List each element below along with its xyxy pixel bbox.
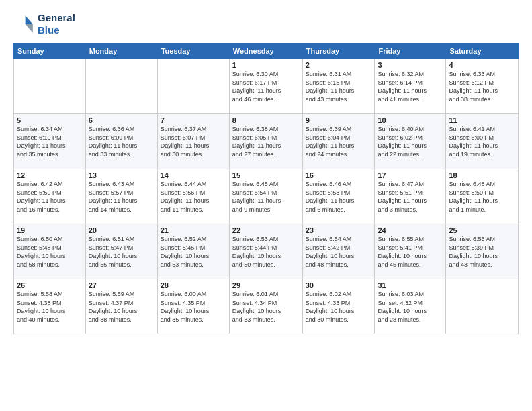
calendar-cell: 30Sunrise: 6:02 AM Sunset: 4:33 PM Dayli… (302, 279, 375, 334)
day-number: 25 (449, 226, 515, 234)
day-info: Sunrise: 6:56 AM Sunset: 5:39 PM Dayligh… (449, 235, 515, 269)
calendar-body: 1Sunrise: 6:30 AM Sunset: 6:17 PM Daylig… (14, 59, 519, 334)
page: General Blue SundayMondayTuesdayWednesda… (0, 0, 532, 411)
day-info: Sunrise: 6:48 AM Sunset: 5:50 PM Dayligh… (449, 180, 515, 214)
calendar-cell: 10Sunrise: 6:40 AM Sunset: 6:02 PM Dayli… (375, 114, 446, 169)
day-info: Sunrise: 6:30 AM Sunset: 6:17 PM Dayligh… (232, 70, 300, 103)
logo: General Blue (13, 12, 75, 36)
day-number: 13 (89, 171, 154, 179)
calendar-cell: 4Sunrise: 6:33 AM Sunset: 6:12 PM Daylig… (446, 59, 519, 114)
day-info: Sunrise: 5:59 AM Sunset: 4:37 PM Dayligh… (89, 290, 154, 324)
day-info: Sunrise: 6:02 AM Sunset: 4:33 PM Dayligh… (306, 290, 372, 324)
day-info: Sunrise: 6:41 AM Sunset: 6:00 PM Dayligh… (449, 125, 515, 158)
day-number: 24 (378, 226, 443, 234)
day-info: Sunrise: 6:54 AM Sunset: 5:42 PM Dayligh… (306, 235, 372, 269)
logo-text: General Blue (38, 12, 75, 36)
day-info: Sunrise: 6:47 AM Sunset: 5:51 PM Dayligh… (378, 180, 443, 214)
weekday-header-monday: Monday (85, 44, 157, 59)
day-number: 30 (306, 281, 372, 289)
svg-marker-1 (26, 24, 33, 33)
day-number: 11 (449, 116, 515, 124)
calendar-cell: 8Sunrise: 6:38 AM Sunset: 6:05 PM Daylig… (229, 114, 302, 169)
calendar-cell: 2Sunrise: 6:31 AM Sunset: 6:15 PM Daylig… (302, 59, 375, 114)
day-number: 15 (232, 171, 300, 179)
weekday-header-saturday: Saturday (446, 44, 519, 59)
calendar-week-1: 5Sunrise: 6:34 AM Sunset: 6:10 PM Daylig… (14, 114, 519, 169)
day-number: 6 (89, 116, 154, 124)
calendar-cell: 5Sunrise: 6:34 AM Sunset: 6:10 PM Daylig… (14, 114, 86, 169)
calendar-cell: 26Sunrise: 5:58 AM Sunset: 4:38 PM Dayli… (14, 279, 86, 334)
day-number: 17 (378, 171, 443, 179)
calendar-week-0: 1Sunrise: 6:30 AM Sunset: 6:17 PM Daylig… (14, 59, 519, 114)
day-info: Sunrise: 6:32 AM Sunset: 6:14 PM Dayligh… (378, 70, 443, 103)
calendar-cell: 23Sunrise: 6:54 AM Sunset: 5:42 PM Dayli… (302, 224, 375, 279)
day-info: Sunrise: 6:00 AM Sunset: 4:35 PM Dayligh… (161, 290, 226, 324)
calendar-cell (14, 59, 86, 114)
calendar-cell: 15Sunrise: 6:45 AM Sunset: 5:54 PM Dayli… (229, 169, 302, 224)
day-info: Sunrise: 6:52 AM Sunset: 5:45 PM Dayligh… (161, 235, 226, 269)
calendar-cell: 11Sunrise: 6:41 AM Sunset: 6:00 PM Dayli… (446, 114, 519, 169)
calendar-cell (446, 279, 519, 334)
day-info: Sunrise: 6:53 AM Sunset: 5:44 PM Dayligh… (232, 235, 300, 269)
day-number: 3 (378, 61, 443, 69)
day-number: 23 (306, 226, 372, 234)
day-info: Sunrise: 6:33 AM Sunset: 6:12 PM Dayligh… (449, 70, 515, 103)
day-number: 28 (161, 281, 226, 289)
calendar-cell: 13Sunrise: 6:43 AM Sunset: 5:57 PM Dayli… (85, 169, 157, 224)
calendar-cell: 6Sunrise: 6:36 AM Sunset: 6:09 PM Daylig… (85, 114, 157, 169)
day-info: Sunrise: 6:44 AM Sunset: 5:56 PM Dayligh… (161, 180, 226, 214)
day-info: Sunrise: 6:46 AM Sunset: 5:53 PM Dayligh… (306, 180, 372, 214)
day-info: Sunrise: 6:39 AM Sunset: 6:04 PM Dayligh… (306, 125, 372, 158)
calendar-cell: 20Sunrise: 6:51 AM Sunset: 5:47 PM Dayli… (85, 224, 157, 279)
calendar-cell: 16Sunrise: 6:46 AM Sunset: 5:53 PM Dayli… (302, 169, 375, 224)
day-number: 19 (17, 226, 83, 234)
calendar-week-3: 19Sunrise: 6:50 AM Sunset: 5:48 PM Dayli… (14, 224, 519, 279)
svg-marker-0 (26, 15, 33, 24)
calendar-cell: 28Sunrise: 6:00 AM Sunset: 4:35 PM Dayli… (157, 279, 229, 334)
day-info: Sunrise: 5:58 AM Sunset: 4:38 PM Dayligh… (17, 290, 83, 324)
calendar-cell: 31Sunrise: 6:03 AM Sunset: 4:32 PM Dayli… (375, 279, 446, 334)
day-info: Sunrise: 6:01 AM Sunset: 4:34 PM Dayligh… (232, 290, 300, 324)
day-number: 7 (161, 116, 226, 124)
day-info: Sunrise: 6:45 AM Sunset: 5:54 PM Dayligh… (232, 180, 300, 214)
day-info: Sunrise: 6:38 AM Sunset: 6:05 PM Dayligh… (232, 125, 300, 158)
day-number: 21 (161, 226, 226, 234)
calendar-cell: 19Sunrise: 6:50 AM Sunset: 5:48 PM Dayli… (14, 224, 86, 279)
day-info: Sunrise: 6:31 AM Sunset: 6:15 PM Dayligh… (306, 70, 372, 103)
calendar-cell (85, 59, 157, 114)
day-number: 31 (378, 281, 443, 289)
day-number: 16 (306, 171, 372, 179)
calendar-cell: 1Sunrise: 6:30 AM Sunset: 6:17 PM Daylig… (229, 59, 302, 114)
calendar-week-2: 12Sunrise: 6:42 AM Sunset: 5:59 PM Dayli… (14, 169, 519, 224)
calendar-cell: 3Sunrise: 6:32 AM Sunset: 6:14 PM Daylig… (375, 59, 446, 114)
calendar-cell: 12Sunrise: 6:42 AM Sunset: 5:59 PM Dayli… (14, 169, 86, 224)
day-number: 9 (306, 116, 372, 124)
calendar-cell: 25Sunrise: 6:56 AM Sunset: 5:39 PM Dayli… (446, 224, 519, 279)
calendar-cell: 9Sunrise: 6:39 AM Sunset: 6:04 PM Daylig… (302, 114, 375, 169)
day-number: 5 (17, 116, 83, 124)
header: General Blue (13, 12, 519, 36)
day-info: Sunrise: 6:42 AM Sunset: 5:59 PM Dayligh… (17, 180, 83, 214)
weekday-header-thursday: Thursday (302, 44, 375, 59)
day-number: 2 (306, 61, 372, 69)
calendar-cell: 24Sunrise: 6:55 AM Sunset: 5:41 PM Dayli… (375, 224, 446, 279)
day-info: Sunrise: 6:51 AM Sunset: 5:47 PM Dayligh… (89, 235, 154, 269)
calendar-cell: 21Sunrise: 6:52 AM Sunset: 5:45 PM Dayli… (157, 224, 229, 279)
day-number: 14 (161, 171, 226, 179)
day-info: Sunrise: 6:37 AM Sunset: 6:07 PM Dayligh… (161, 125, 226, 158)
day-info: Sunrise: 6:03 AM Sunset: 4:32 PM Dayligh… (378, 290, 443, 324)
day-number: 4 (449, 61, 515, 69)
calendar: SundayMondayTuesdayWednesdayThursdayFrid… (13, 43, 519, 334)
calendar-cell (157, 59, 229, 114)
day-info: Sunrise: 6:40 AM Sunset: 6:02 PM Dayligh… (378, 125, 443, 158)
calendar-cell: 27Sunrise: 5:59 AM Sunset: 4:37 PM Dayli… (85, 279, 157, 334)
day-number: 18 (449, 171, 515, 179)
day-number: 26 (17, 281, 83, 289)
calendar-cell: 29Sunrise: 6:01 AM Sunset: 4:34 PM Dayli… (229, 279, 302, 334)
weekday-header-sunday: Sunday (14, 44, 86, 59)
day-number: 12 (17, 171, 83, 179)
day-number: 8 (232, 116, 300, 124)
day-info: Sunrise: 6:34 AM Sunset: 6:10 PM Dayligh… (17, 125, 83, 158)
day-number: 10 (378, 116, 443, 124)
calendar-cell: 22Sunrise: 6:53 AM Sunset: 5:44 PM Dayli… (229, 224, 302, 279)
